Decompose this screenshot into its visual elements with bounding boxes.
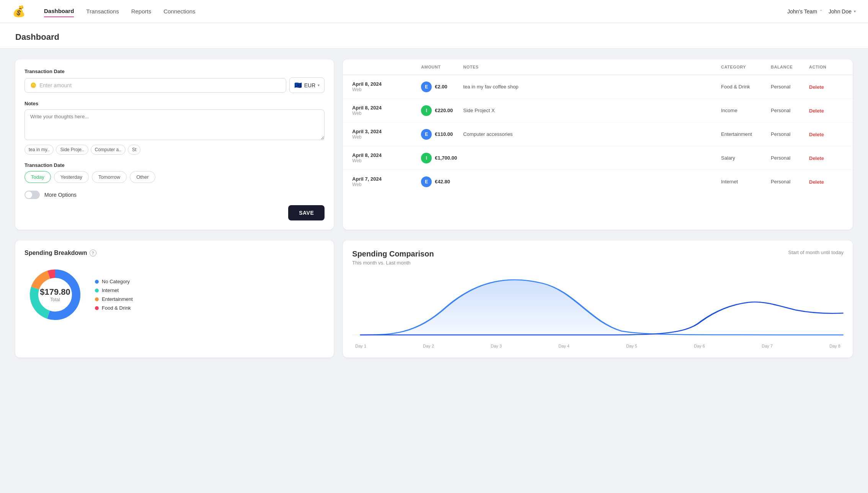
legend-dot-2 (95, 297, 99, 301)
suggestion-3[interactable]: St (128, 145, 140, 155)
action-cell-1: Delete (809, 107, 844, 114)
amount-val-1: €220.00 (435, 108, 453, 113)
logo-icon: 💰 (12, 5, 26, 18)
balance-cell-3: Personal (771, 155, 809, 161)
suggestion-2[interactable]: Computer a.. (91, 145, 126, 155)
date-yesterday[interactable]: Yesterday (54, 171, 89, 183)
amount-cell-1: I €220.00 (421, 105, 463, 116)
date-cell-3: April 8, 2024 Web (352, 152, 421, 163)
more-options-toggle[interactable] (24, 191, 40, 199)
nav-transactions[interactable]: Transactions (86, 6, 119, 17)
date-other[interactable]: Other (130, 171, 155, 183)
delete-btn-2[interactable]: Delete (809, 132, 824, 137)
row-date-3: April 8, 2024 (352, 152, 421, 158)
money-icon: 🪙 (30, 82, 36, 88)
page-title: Dashboard (15, 32, 853, 42)
legend-item-2: Entertainment (95, 296, 133, 302)
main-content: Transaction Date 🪙 Enter amount 🇪🇺 EUR ▾… (0, 49, 868, 240)
comparison-left: Spending Comparison This month vs. Last … (352, 250, 434, 266)
notes-cell-1: Side Project X (463, 108, 721, 113)
flag-icon: 🇪🇺 (294, 82, 302, 89)
nav-connections[interactable]: Connections (163, 6, 195, 17)
col-action: ACTION (809, 65, 844, 69)
table-row: April 8, 2024 Web I €220.00 Side Project… (343, 99, 853, 122)
amount-val-4: €42.80 (435, 179, 450, 184)
axis-day2: Day 2 (423, 344, 434, 348)
comparison-subtitle: This month vs. Last month (352, 260, 434, 266)
category-cell-4: Internet (721, 179, 771, 184)
legend-dot-1 (95, 289, 99, 292)
table-header: AMOUNT NOTES CATEGORY BALANCE ACTION (343, 59, 853, 75)
balance-cell-1: Personal (771, 108, 809, 113)
col-category: CATEGORY (721, 65, 771, 69)
navbar-right: John's Team ⌃ John Doe ▾ (787, 8, 856, 15)
legend-dot-3 (95, 306, 99, 310)
legend-item-3: Food & Drink (95, 305, 133, 311)
amount-input-wrapper[interactable]: 🪙 Enter amount (24, 78, 286, 93)
suggestion-1[interactable]: Side Proje.. (56, 145, 88, 155)
save-btn-row: SAVE (24, 205, 325, 220)
date-cell-1: April 8, 2024 Web (352, 105, 421, 116)
action-cell-3: Delete (809, 155, 844, 162)
breakdown-body: $179.80 Total No Category Internet Enter… (24, 264, 325, 325)
nav-dashboard[interactable]: Dashboard (44, 5, 74, 17)
transactions-table-card: AMOUNT NOTES CATEGORY BALANCE ACTION Apr… (343, 59, 853, 230)
legend-label-0: No Category (102, 279, 130, 284)
donut-amount: $179.80 (40, 287, 70, 297)
help-icon[interactable]: ? (90, 250, 96, 256)
table-row: April 7, 2024 Web E €42.80 Internet Pers… (343, 170, 853, 193)
delete-btn-3[interactable]: Delete (809, 155, 824, 161)
user-menu[interactable]: John Doe ▾ (829, 8, 856, 15)
spending-comparison-card: Spending Comparison This month vs. Last … (343, 240, 853, 358)
row-source-4: Web (352, 182, 421, 187)
avatar-0: E (421, 82, 432, 92)
nav-reports[interactable]: Reports (131, 6, 152, 17)
suggestion-0[interactable]: tea in my.. (24, 145, 54, 155)
legend-dot-0 (95, 280, 99, 284)
page-header: Dashboard (0, 23, 868, 49)
notes-section: Notes tea in my.. Side Proje.. Computer … (24, 101, 325, 155)
axis-day5: Day 5 (626, 344, 637, 348)
comparison-period: Start of month until today (788, 250, 844, 255)
team-chevron-icon: ⌃ (819, 9, 822, 13)
amount-cell-0: E €2.00 (421, 82, 463, 92)
delete-btn-0[interactable]: Delete (809, 84, 824, 90)
nav-links: Dashboard Transactions Reports Connectio… (44, 5, 775, 17)
category-cell-2: Entertainment (721, 131, 771, 137)
delete-btn-1[interactable]: Delete (809, 108, 824, 114)
currency-label: EUR (304, 82, 316, 88)
row-source-1: Web (352, 111, 421, 116)
row-date-1: April 8, 2024 (352, 105, 421, 111)
col-date (352, 65, 421, 69)
currency-select[interactable]: 🇪🇺 EUR ▾ (289, 77, 325, 93)
save-button[interactable]: SAVE (288, 205, 325, 220)
notes-textarea[interactable] (24, 109, 325, 140)
date-tomorrow[interactable]: Tomorrow (92, 171, 127, 183)
row-source-0: Web (352, 87, 421, 92)
date-section-label: Transaction Date (24, 162, 325, 168)
axis-day3: Day 3 (491, 344, 502, 348)
logo: 💰 (12, 5, 26, 18)
row-date-2: April 3, 2024 (352, 129, 421, 134)
comparison-title: Spending Comparison (352, 250, 434, 258)
row-source-2: Web (352, 134, 421, 140)
date-options: Today Yesterday Tomorrow Other (24, 171, 325, 183)
navbar: 💰 Dashboard Transactions Reports Connect… (0, 0, 868, 23)
amount-cell-2: E €110.00 (421, 129, 463, 140)
amount-val-3: €1,700.00 (435, 155, 457, 161)
table-body: April 8, 2024 Web E €2.00 tea in my fav … (343, 75, 853, 193)
team-selector[interactable]: John's Team ⌃ (787, 8, 822, 15)
comparison-chart (352, 272, 844, 341)
axis-day7: Day 7 (762, 344, 773, 348)
currency-chevron-icon: ▾ (318, 83, 320, 87)
date-today[interactable]: Today (24, 171, 51, 183)
avatar-3: I (421, 153, 432, 163)
more-options-label: More Options (44, 192, 77, 198)
action-cell-4: Delete (809, 178, 844, 185)
action-cell-0: Delete (809, 83, 844, 90)
breakdown-title: Spending Breakdown ? (24, 250, 325, 256)
amount-placeholder: Enter amount (39, 82, 72, 88)
category-cell-1: Income (721, 108, 771, 113)
delete-btn-4[interactable]: Delete (809, 179, 824, 185)
chart-area (352, 272, 844, 341)
